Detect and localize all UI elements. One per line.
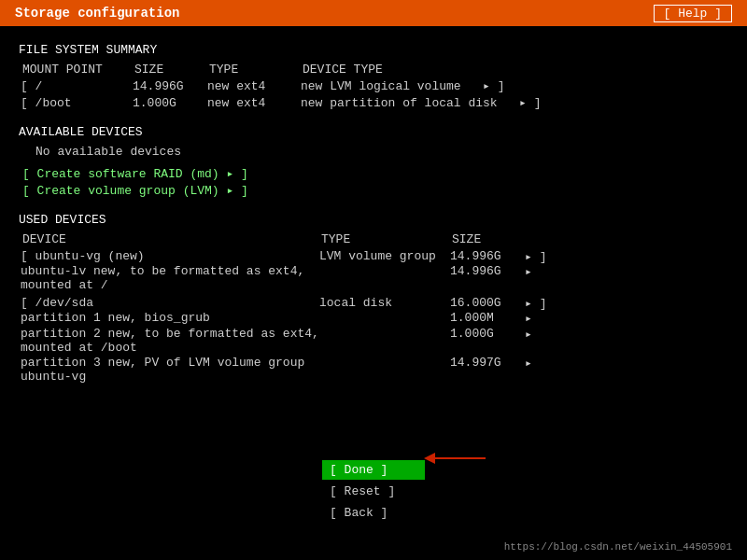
fs-col-type: TYPE bbox=[209, 63, 303, 77]
used-child-label-1-1: partition 2 new, to be formatted as ext4… bbox=[21, 327, 319, 355]
used-child-arrow-1-2: ▸ bbox=[525, 356, 532, 384]
no-available-devices: No available devices bbox=[19, 145, 728, 159]
used-child-row-1-1[interactable]: partition 2 new, to be formatted as ext4… bbox=[19, 327, 728, 355]
used-group-size-1: 16.000G bbox=[450, 296, 525, 311]
arrow-container bbox=[280, 440, 467, 458]
used-group-size-0: 14.996G bbox=[450, 249, 525, 264]
fs-summary-title: FILE SYSTEM SUMMARY bbox=[19, 43, 728, 57]
used-child-label-0-0: ubuntu-lv new, to be formatted as ext4, … bbox=[21, 264, 319, 292]
used-col-device: DEVICE bbox=[22, 232, 321, 246]
available-devices-title: AVAILABLE DEVICES bbox=[19, 125, 728, 139]
used-child-arrow-1-1: ▸ bbox=[525, 327, 532, 355]
used-group-row-0[interactable]: [ ubuntu-vg (new) LVM volume group 14.99… bbox=[19, 249, 728, 264]
fs-col-size: SIZE bbox=[134, 63, 209, 77]
used-child-row-1-0[interactable]: partition 1 new, bios_grub 1.000M ▸ bbox=[19, 311, 728, 326]
used-group-device-1: [ /dev/sda bbox=[21, 296, 319, 311]
fs-row-size-1: 1.000G bbox=[133, 96, 207, 110]
used-group-arrow-1: ▸ ] bbox=[525, 296, 546, 311]
used-child-size-1-0: 1.000M bbox=[450, 311, 525, 326]
reset-button[interactable]: [ Reset ] bbox=[322, 482, 425, 501]
fs-row-type-0: new ext4 bbox=[207, 79, 301, 93]
used-child-size-0-0: 14.996G bbox=[450, 264, 525, 292]
fs-col-devtype: DEVICE TYPE bbox=[303, 63, 564, 77]
used-child-arrow-1-0: ▸ bbox=[525, 311, 532, 326]
create-raid-button[interactable]: [ Create software RAID (md) ▸ ] bbox=[19, 166, 728, 181]
used-group-arrow-0: ▸ ] bbox=[525, 249, 546, 264]
used-child-label-1-0: partition 1 new, bios_grub bbox=[21, 311, 319, 326]
used-group-type-1: local disk bbox=[319, 296, 450, 311]
create-volume-group-button[interactable]: [ Create volume group (LVM) ▸ ] bbox=[19, 183, 728, 198]
app-title: Storage configuration bbox=[15, 6, 179, 21]
used-col-headers: DEVICE TYPE SIZE bbox=[19, 232, 728, 246]
fs-row-devtype-1: new partition of local disk ▸ ] bbox=[301, 95, 562, 110]
used-group-type-0: LVM volume group bbox=[319, 249, 450, 264]
used-child-size-1-2: 14.997G bbox=[450, 356, 525, 384]
table-row[interactable]: [ /boot 1.000G new ext4 new partition of… bbox=[19, 95, 728, 110]
used-child-row-1-2[interactable]: partition 3 new, PV of LVM volume group … bbox=[19, 356, 728, 384]
bottom-buttons: [ Done ] [ Reset ] [ Back ] bbox=[280, 440, 467, 523]
used-child-label-1-2: partition 3 new, PV of LVM volume group … bbox=[21, 356, 319, 384]
fs-col-headers: MOUNT POINT SIZE TYPE DEVICE TYPE bbox=[19, 63, 728, 77]
fs-row-mount-1: [ /boot bbox=[21, 96, 133, 110]
fs-row-type-1: new ext4 bbox=[207, 96, 301, 110]
fs-col-mount: MOUNT POINT bbox=[22, 63, 134, 77]
table-row[interactable]: [ / 14.996G new ext4 new LVM logical vol… bbox=[19, 78, 728, 93]
back-button[interactable]: [ Back ] bbox=[322, 503, 425, 523]
arrow-icon bbox=[420, 449, 495, 468]
done-button[interactable]: [ Done ] bbox=[322, 460, 425, 480]
fs-row-size-0: 14.996G bbox=[133, 79, 207, 93]
used-group-row-1[interactable]: [ /dev/sda local disk 16.000G ▸ ] bbox=[19, 296, 728, 311]
used-group-device-0: [ ubuntu-vg (new) bbox=[21, 249, 319, 264]
used-group-1: [ /dev/sda local disk 16.000G ▸ ] partit… bbox=[19, 296, 728, 384]
used-col-size: SIZE bbox=[452, 232, 527, 246]
watermark: https://blog.csdn.net/weixin_44505901 bbox=[504, 541, 732, 553]
fs-row-devtype-0: new LVM logical volume ▸ ] bbox=[301, 78, 562, 93]
used-child-arrow-0-0: ▸ bbox=[525, 264, 532, 292]
used-col-type: TYPE bbox=[321, 232, 452, 246]
used-child-type-0-0 bbox=[319, 264, 450, 292]
used-child-row-0-0[interactable]: ubuntu-lv new, to be formatted as ext4, … bbox=[19, 264, 728, 292]
titlebar: Storage configuration [ Help ] bbox=[0, 0, 747, 26]
used-child-size-1-1: 1.000G bbox=[450, 327, 525, 355]
used-devices-title: USED DEVICES bbox=[19, 213, 728, 227]
help-button[interactable]: [ Help ] bbox=[654, 5, 732, 22]
fs-table: [ / 14.996G new ext4 new LVM logical vol… bbox=[19, 78, 728, 110]
fs-row-mount-0: [ / bbox=[21, 79, 133, 93]
used-group-0: [ ubuntu-vg (new) LVM volume group 14.99… bbox=[19, 249, 728, 292]
